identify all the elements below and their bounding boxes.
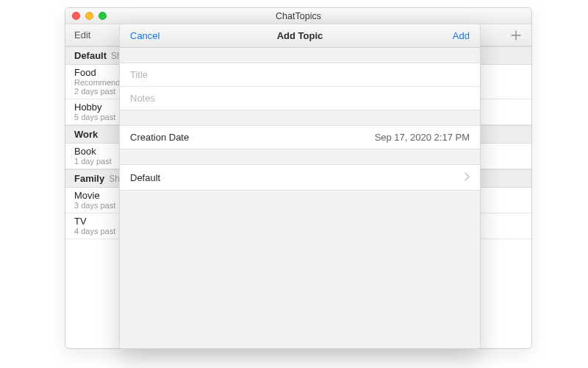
cancel-button[interactable]: Cancel — [130, 30, 159, 41]
plus-icon — [509, 29, 523, 42]
add-topic-toolbar-button[interactable] — [509, 29, 523, 42]
add-topic-sheet: Cancel Add Topic Add Creation Date Sep 1… — [119, 24, 481, 349]
window-title: ChatTopics — [65, 11, 531, 21]
sheet-body — [120, 191, 480, 348]
close-window-button[interactable] — [72, 12, 80, 20]
sheet-header: Cancel Add Topic Add — [120, 24, 480, 48]
titlebar: ChatTopics — [65, 8, 531, 24]
sheet-title: Add Topic — [120, 30, 480, 41]
title-field-row[interactable] — [120, 63, 480, 87]
traffic-lights — [72, 12, 107, 20]
creation-date-value: Sep 17, 2020 2:17 PM — [375, 132, 470, 143]
edit-button[interactable]: Edit — [74, 29, 90, 40]
form-spacer — [120, 149, 480, 164]
notes-input[interactable] — [130, 93, 470, 104]
section-title: Family — [74, 173, 104, 184]
zoom-window-button[interactable] — [98, 12, 107, 20]
creation-date-row[interactable]: Creation Date Sep 17, 2020 2:17 PM — [120, 126, 480, 149]
creation-date-label: Creation Date — [130, 132, 189, 143]
form-block-category: Default — [120, 164, 480, 191]
form-spacer — [120, 110, 480, 125]
form-spacer — [120, 48, 480, 63]
notes-field-row[interactable] — [120, 87, 480, 110]
title-input[interactable] — [130, 69, 470, 80]
form-block-date: Creation Date Sep 17, 2020 2:17 PM — [120, 125, 480, 149]
minimize-window-button[interactable] — [85, 12, 93, 20]
form-block-fields — [120, 63, 480, 110]
add-button[interactable]: Add — [453, 30, 470, 41]
section-title: Work — [74, 129, 98, 140]
section-title: Default — [74, 50, 107, 61]
category-row[interactable]: Default — [120, 165, 480, 190]
chevron-right-icon — [464, 171, 470, 184]
category-value: Default — [130, 172, 160, 183]
